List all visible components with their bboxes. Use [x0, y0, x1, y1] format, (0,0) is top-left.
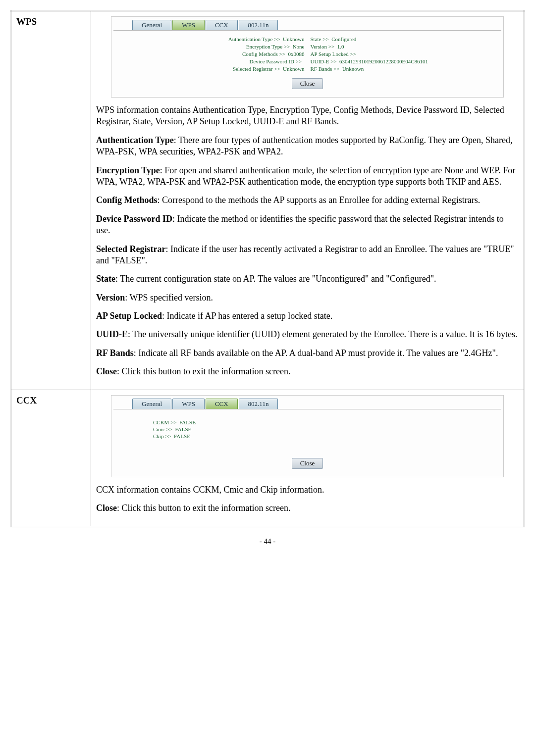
wps-tab-body: Authentication Type >> Unknown State >> … — [113, 30, 501, 75]
wps-auth-text: Authentication Type: There are four type… — [96, 135, 519, 158]
tab-general-2[interactable]: General — [132, 399, 171, 409]
ccx-close-text: Close: Click this button to exit the inf… — [96, 503, 519, 514]
wps-tab-row: General WPS CCX 802.11n — [132, 20, 501, 30]
auth-type-value: Unknown — [283, 36, 304, 42]
cmic-value: FALSE — [175, 426, 192, 432]
ccx-ui-panel: General WPS CCX 802.11n CCKM >> FALSE Cm… — [111, 395, 504, 477]
cckm-label: CCKM >> — [153, 419, 177, 425]
ccx-close-button[interactable]: Close — [292, 458, 323, 469]
cfg-methods-label: Config Methods >> — [242, 51, 285, 57]
rf-label: RF Bands >> — [311, 66, 340, 72]
ccx-tab-row: General WPS CCX 802.11n — [132, 399, 501, 409]
state-value: Configured — [331, 36, 356, 42]
tab-ccx[interactable]: CCX — [206, 20, 238, 30]
wps-close-text: Close: Click this button to exit the inf… — [96, 366, 519, 377]
tab-general[interactable]: General — [132, 20, 171, 30]
page-number: - 44 - — [10, 537, 525, 546]
ccx-content-cell: General WPS CCX 802.11n CCKM >> FALSE Cm… — [91, 390, 525, 527]
wps-label-cell: WPS — [11, 11, 91, 390]
enc-type-label: Encryption Type >> — [246, 44, 290, 50]
selreg-value: Unknown — [283, 66, 304, 72]
wps-ui-panel: General WPS CCX 802.11n Authentication T… — [111, 16, 504, 98]
ccx-tab-body: CCKM >> FALSE Cmic >> FALSE Ckip >> FALS… — [113, 409, 501, 455]
wps-enc-text: Encryption Type: For open and shared aut… — [96, 165, 519, 188]
enc-type-value: None — [293, 44, 305, 50]
wps-selreg-text: Selected Registrar: Indicate if the user… — [96, 244, 519, 267]
wps-version-text: Version: WPS specified version. — [96, 292, 519, 303]
rf-value: Unknown — [342, 66, 364, 72]
ckip-label: Ckip >> — [153, 433, 171, 439]
cmic-label: Cmic >> — [153, 426, 172, 432]
state-label: State >> — [311, 36, 329, 42]
tab-wps-2[interactable]: WPS — [172, 399, 205, 409]
uuid-value: 63041253101920061228000E04C86101 — [339, 58, 428, 64]
wps-content-cell: General WPS CCX 802.11n Authentication T… — [91, 11, 525, 390]
wps-rf-text: RF Bands: Indicate all RF bands availabl… — [96, 348, 519, 359]
uuid-label: UUID-E >> — [311, 58, 337, 64]
ccx-intro-text: CCX information contains CCKM, Cmic and … — [96, 484, 519, 496]
version-value: 1.0 — [337, 44, 344, 50]
wps-devpw-text: Device Password ID: Indicate the method … — [96, 213, 519, 237]
tab-wps[interactable]: WPS — [172, 20, 205, 30]
wps-aplock-text: AP Setup Locked: Indicate if AP has ente… — [96, 310, 519, 322]
devpw-label: Device Password ID >> — [249, 58, 302, 64]
tab-80211n-2[interactable]: 802.11n — [239, 399, 278, 409]
wps-intro-text: WPS information contains Authentication … — [96, 104, 519, 128]
cckm-value: FALSE — [179, 419, 196, 425]
wps-state-text: State: The current configuration state o… — [96, 273, 519, 285]
tab-80211n[interactable]: 802.11n — [239, 20, 278, 30]
ckip-value: FALSE — [174, 433, 190, 439]
cfg-methods-value: 0x0086 — [288, 51, 305, 57]
tab-ccx-2[interactable]: CCX — [206, 399, 238, 409]
aplock-label: AP Setup Locked >> — [311, 51, 356, 57]
version-label: Version >> — [311, 44, 335, 50]
selreg-label: Selected Registrar >> — [233, 66, 280, 72]
wps-close-button[interactable]: Close — [292, 78, 323, 89]
wps-cfg-text: Config Methods: Correspond to the method… — [96, 195, 519, 206]
auth-type-label: Authentication Type >> — [228, 36, 280, 42]
ccx-label-cell: CCX — [11, 390, 91, 527]
wps-uuid-text: UUID-E: The universally unique identifie… — [96, 329, 519, 340]
